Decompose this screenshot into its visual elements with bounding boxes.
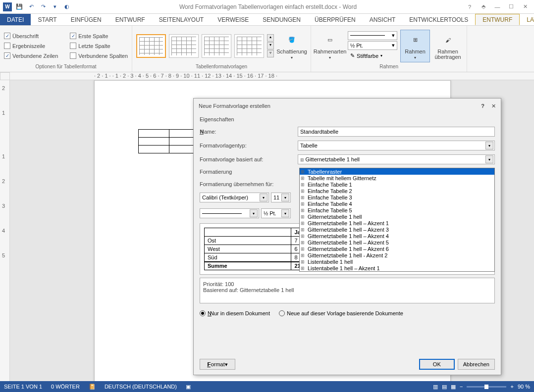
- window-controls: ? ⬘ — ☐ ✕: [464, 2, 534, 12]
- tab-review[interactable]: ÜBERPRÜFEN: [308, 14, 363, 25]
- group-table-styles: ▴ ▾ ▿ 🪣 Schattierung▾ Tabellenformatvorl…: [132, 26, 311, 72]
- dropdown-item[interactable]: Gitternetztabelle 1 hell – Akzent 3: [300, 226, 494, 233]
- table-style-thumb[interactable]: [136, 34, 166, 58]
- view-print-icon[interactable]: ▤: [442, 384, 447, 390]
- input-style-name[interactable]: [298, 127, 495, 137]
- borders-button[interactable]: ⊞ Rahmen▾: [400, 30, 430, 62]
- combo-style-type[interactable]: Tabelle ▾: [298, 141, 495, 150]
- ruler-horizontal[interactable]: · 2 · 1 · · 1 · 2 · 3 · 4 · 5 · 6 · 7 · …: [10, 72, 534, 80]
- dropdown-item[interactable]: Tabelle mit hellem Gitternetz: [300, 175, 494, 181]
- styles-more-icon[interactable]: ▿: [267, 50, 274, 57]
- tab-file[interactable]: DATEI: [0, 14, 31, 25]
- dropdown-item[interactable]: Gitternetztabelle 1 hell – Akzent 1: [300, 220, 494, 226]
- chk-total-row[interactable]: Ergebniszeile: [4, 41, 58, 51]
- dropdown-item[interactable]: Einfache Tabelle 5: [300, 207, 494, 213]
- dialog-close-icon[interactable]: ✕: [491, 103, 496, 109]
- tab-pagelayout[interactable]: SEITENLAYOUT: [152, 14, 211, 25]
- chevron-down-icon: ▾: [485, 142, 493, 149]
- ok-button[interactable]: OK: [419, 359, 455, 370]
- ribbon-options-icon[interactable]: ⬘: [478, 2, 489, 12]
- redo-icon[interactable]: ↷: [38, 1, 49, 12]
- paint-bucket-icon: 🪣: [284, 32, 300, 48]
- dialog-title: Neue Formatvorlage erstellen: [199, 103, 270, 109]
- dropdown-item[interactable]: Gitternetztabelle 1 hell - Akzent 2: [300, 252, 494, 258]
- combo-font-name[interactable]: Calibri (Textkörper)▾: [200, 193, 269, 202]
- chevron-down-icon: ▾: [485, 155, 493, 163]
- dropdown-based-on-list[interactable]: Tabellenraster Tabelle mit hellem Gitter…: [299, 168, 495, 272]
- border-line-style[interactable]: ▾: [348, 31, 397, 40]
- undo-icon[interactable]: ↶: [26, 1, 37, 12]
- chk-first-col[interactable]: ✓Erste Spalte: [70, 31, 128, 41]
- chk-banded-rows[interactable]: ✓Verbundene Zeilen: [4, 51, 58, 61]
- pen-color-button[interactable]: ✎Stiftfarbe▾: [348, 51, 397, 61]
- dropdown-item[interactable]: Listentabelle 1 hell – Akzent 1: [300, 265, 494, 271]
- close-icon[interactable]: ✕: [519, 2, 531, 12]
- qat-more-icon[interactable]: ▾: [50, 1, 60, 12]
- dropdown-item[interactable]: Einfache Tabelle 3: [300, 194, 494, 200]
- dropdown-item[interactable]: Gitternetztabelle 1 hell – Akzent 6: [300, 245, 494, 252]
- status-language[interactable]: DEUTSCH (DEUTSCHLAND): [105, 384, 177, 390]
- table-style-thumb[interactable]: [234, 34, 264, 58]
- minimize-icon[interactable]: —: [491, 2, 503, 12]
- status-proofing-icon[interactable]: 📔: [89, 384, 96, 390]
- zoom-in-icon[interactable]: +: [510, 384, 513, 390]
- quick-access-toolbar: W 💾 ↶ ↷ ▾ ◐: [0, 1, 72, 12]
- border-painter-button[interactable]: 🖌 Rahmen übertragen: [433, 30, 463, 62]
- group-borders: ▭ Rahmenarten▾ ▾ ½ Pt.▾ ✎Stiftfarbe▾ ⊞ R…: [311, 26, 467, 72]
- tab-table-design[interactable]: ENTWURF: [475, 14, 520, 25]
- dropdown-item[interactable]: Einfache Tabelle 1: [300, 181, 494, 188]
- tab-developer[interactable]: ENTWICKLERTOOLS: [402, 14, 475, 25]
- maximize-icon[interactable]: ☐: [505, 2, 517, 12]
- tab-design[interactable]: ENTWURF: [108, 14, 152, 25]
- pen-icon: ✎: [350, 52, 355, 59]
- border-styles-button[interactable]: ▭ Rahmenarten▾: [315, 30, 345, 62]
- dropdown-item[interactable]: Einfache Tabelle 2: [300, 188, 494, 194]
- cancel-button[interactable]: Abbrechen: [458, 359, 495, 370]
- touch-mode-icon[interactable]: ◐: [61, 1, 72, 12]
- radio-this-document[interactable]: NNur in diesem Dokument: [200, 310, 270, 316]
- styles-scroll-down-icon[interactable]: ▾: [267, 42, 274, 49]
- save-icon[interactable]: 💾: [14, 1, 25, 12]
- help-icon[interactable]: ?: [464, 2, 476, 12]
- view-web-icon[interactable]: ▦: [451, 384, 456, 390]
- tab-references[interactable]: VERWEISE: [211, 14, 256, 25]
- dropdown-item[interactable]: Gitternetztabelle 1 hell – Akzent 5: [300, 239, 494, 245]
- chk-header-row[interactable]: ✓Überschrift: [4, 31, 58, 41]
- table-style-thumb[interactable]: [202, 34, 231, 58]
- dialog-help-icon[interactable]: ?: [481, 103, 484, 109]
- shading-button[interactable]: 🪣 Schattierung▾: [277, 30, 307, 62]
- zoom-slider[interactable]: [467, 386, 506, 388]
- tab-insert[interactable]: EINFÜGEN: [64, 14, 108, 25]
- dropdown-item[interactable]: Gitternetztabelle 1 hell – Akzent 4: [300, 233, 494, 239]
- format-menu-button[interactable]: FFormat ▾: [200, 359, 235, 370]
- combo-based-on[interactable]: ⊞ Gitternetztabelle 1 hell ▾: [298, 154, 495, 164]
- status-macro-icon[interactable]: ▣: [186, 384, 191, 390]
- dropdown-item[interactable]: Einfache Tabelle 4: [300, 200, 494, 207]
- window-title: Word Formatvorlagen Tabellenvorlagen ein…: [72, 3, 464, 10]
- tab-table-layout[interactable]: LAYOUT: [520, 14, 534, 25]
- tab-view[interactable]: ANSICHT: [363, 14, 403, 25]
- dropdown-item[interactable]: Listentabelle 1 hell: [300, 258, 494, 265]
- ruler-vertical[interactable]: 2112345: [0, 80, 10, 381]
- paintbrush-icon: 🖌: [440, 32, 456, 48]
- dropdown-item[interactable]: Gitternetztabelle 1 hell: [300, 213, 494, 220]
- zoom-out-icon[interactable]: −: [460, 384, 463, 390]
- styles-scroll-up-icon[interactable]: ▴: [267, 34, 274, 42]
- status-page[interactable]: SEITE 1 VON 1: [4, 384, 42, 390]
- border-width[interactable]: ½ Pt.▾: [348, 41, 397, 50]
- status-words[interactable]: 0 WÖRTER: [51, 384, 80, 390]
- zoom-level[interactable]: 90 %: [518, 384, 530, 390]
- label-apply-formatting: Formatierung übernehmen für:: [200, 181, 273, 187]
- group-table-options: ✓Überschrift Ergebniszeile ✓Verbundene Z…: [0, 26, 132, 72]
- table-style-thumb[interactable]: [169, 34, 199, 58]
- view-read-icon[interactable]: ▥: [433, 384, 438, 390]
- radio-new-docs[interactable]: Neue auf dieser Vorlage basierende Dokum…: [279, 310, 403, 316]
- chk-banded-cols[interactable]: Verbundene Spalten: [70, 51, 128, 61]
- dropdown-item[interactable]: Tabellenraster: [300, 168, 494, 175]
- combo-border-style[interactable]: ▾: [200, 208, 259, 218]
- combo-font-size[interactable]: 11▾: [271, 193, 291, 202]
- tab-start[interactable]: START: [31, 14, 63, 25]
- chk-last-col[interactable]: Letzte Spalte: [70, 41, 128, 51]
- tab-mailings[interactable]: SENDUNGEN: [256, 14, 308, 25]
- combo-border-width[interactable]: ½ Pt.▾: [261, 208, 291, 218]
